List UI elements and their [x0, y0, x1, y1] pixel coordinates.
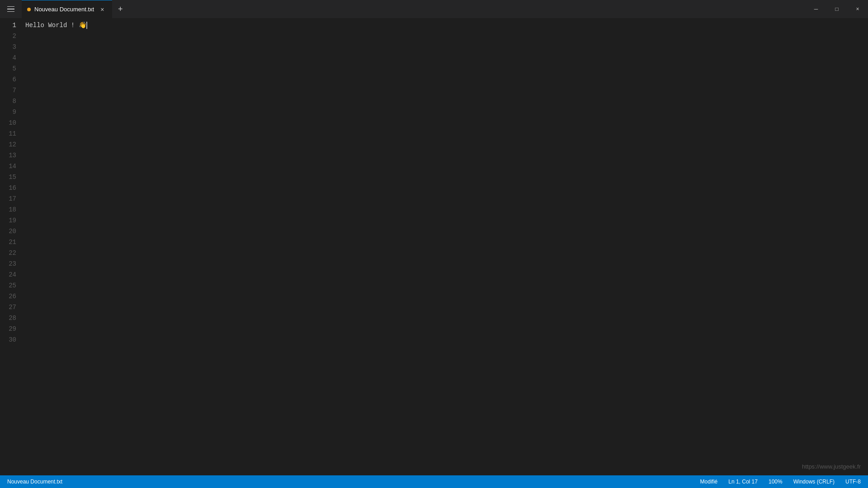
editor-container: 1234567891011121314151617181920212223242…: [0, 18, 868, 475]
editor-line-10: [25, 117, 868, 128]
minimize-button[interactable]: ─: [806, 0, 826, 18]
editor-line-15: [25, 172, 868, 183]
line-num-23: 23: [0, 258, 16, 269]
editor-line-26: [25, 291, 868, 302]
editor-line-4: [25, 52, 868, 63]
line-num-4: 4: [0, 52, 16, 63]
editor-line-8: [25, 96, 868, 107]
editor-content[interactable]: Hello World ! 👋: [22, 18, 868, 475]
line-num-10: 10: [0, 117, 16, 128]
tab-label: Nouveau Document.txt: [34, 6, 94, 13]
hamburger-icon: [7, 6, 14, 12]
line-num-15: 15: [0, 172, 16, 183]
editor-line-5: [25, 63, 868, 74]
editor-line-13: [25, 150, 868, 161]
status-zoom[interactable]: 100%: [767, 475, 784, 488]
status-bar-right: Modifié Ln 1, Col 17 100% Windows (CRLF)…: [698, 475, 863, 488]
status-modified[interactable]: Modifié: [698, 475, 720, 488]
line-num-21: 21: [0, 237, 16, 248]
status-encoding[interactable]: UTF-8: [844, 475, 863, 488]
editor-line-25: [25, 280, 868, 291]
editor-line-3: [25, 42, 868, 52]
editor-line-16: [25, 183, 868, 193]
editor-line-20: [25, 226, 868, 237]
status-line-ending[interactable]: Windows (CRLF): [792, 475, 836, 488]
line-num-24: 24: [0, 269, 16, 280]
window-controls: ─ □ ×: [806, 0, 868, 18]
tab-close-button[interactable]: ×: [98, 5, 107, 14]
editor-line-21: [25, 237, 868, 248]
editor-line-29: [25, 324, 868, 334]
modified-dot: [27, 8, 31, 11]
status-filename[interactable]: Nouveau Document.txt: [5, 475, 64, 488]
editor-line-19: [25, 215, 868, 226]
line-num-18: 18: [0, 204, 16, 215]
line-num-7: 7: [0, 85, 16, 96]
editor-line-14: [25, 161, 868, 172]
line-num-3: 3: [0, 42, 16, 52]
editor-line-24: [25, 269, 868, 280]
line-num-6: 6: [0, 74, 16, 85]
status-position[interactable]: Ln 1, Col 17: [726, 475, 760, 488]
line-num-1: 1: [0, 20, 16, 31]
line-numbers: 1234567891011121314151617181920212223242…: [0, 18, 22, 475]
line-num-29: 29: [0, 324, 16, 334]
editor-line-27: [25, 302, 868, 313]
line-num-25: 25: [0, 280, 16, 291]
line-num-11: 11: [0, 128, 16, 139]
close-button[interactable]: ×: [847, 0, 868, 18]
line-num-12: 12: [0, 139, 16, 150]
editor-line-11: [25, 128, 868, 139]
line-num-2: 2: [0, 31, 16, 42]
editor-line-18: [25, 204, 868, 215]
editor-line-1: Hello World ! 👋: [25, 20, 868, 31]
editor-line-28: [25, 313, 868, 324]
tab-bar: Nouveau Document.txt × +: [22, 0, 806, 18]
line-num-14: 14: [0, 161, 16, 172]
title-bar: Nouveau Document.txt × + ─ □ ×: [0, 0, 868, 18]
line-num-13: 13: [0, 150, 16, 161]
status-bar: Nouveau Document.txt Modifié Ln 1, Col 1…: [0, 475, 868, 488]
editor-line-30: [25, 334, 868, 345]
editor-line-17: [25, 193, 868, 204]
line-num-22: 22: [0, 248, 16, 258]
line-1-text: Hello World ! 👋: [25, 20, 86, 31]
add-tab-button[interactable]: +: [113, 2, 127, 16]
line-num-5: 5: [0, 63, 16, 74]
line-num-26: 26: [0, 291, 16, 302]
editor-line-23: [25, 258, 868, 269]
status-bar-left: Nouveau Document.txt: [5, 475, 64, 488]
line-num-30: 30: [0, 334, 16, 345]
line-num-17: 17: [0, 193, 16, 204]
line-num-9: 9: [0, 107, 16, 117]
line-num-16: 16: [0, 183, 16, 193]
line-num-8: 8: [0, 96, 16, 107]
line-num-20: 20: [0, 226, 16, 237]
menu-icon[interactable]: [0, 0, 22, 18]
editor-line-9: [25, 107, 868, 117]
editor-line-12: [25, 139, 868, 150]
editor-line-6: [25, 74, 868, 85]
maximize-button[interactable]: □: [826, 0, 847, 18]
line-num-28: 28: [0, 313, 16, 324]
active-tab[interactable]: Nouveau Document.txt ×: [22, 0, 112, 18]
text-cursor: [86, 22, 87, 29]
editor-line-7: [25, 85, 868, 96]
line-num-27: 27: [0, 302, 16, 313]
editor-line-22: [25, 248, 868, 258]
line-num-19: 19: [0, 215, 16, 226]
editor-line-2: [25, 31, 868, 42]
